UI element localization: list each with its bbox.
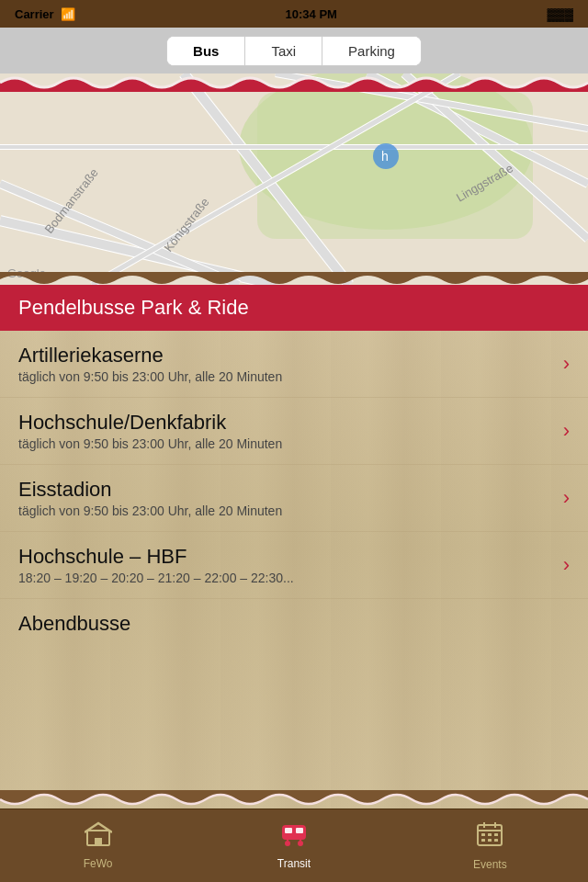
list-item[interactable]: Eisstadion täglich von 9:50 bis 23:00 Uh… xyxy=(0,465,588,532)
tab-parking[interactable]: Parking xyxy=(322,37,421,65)
list-item-title: Hochschule – HBF xyxy=(18,545,554,569)
list-item-content: Hochschule – HBF 18:20 – 19:20 – 20:20 –… xyxy=(18,545,554,585)
tab-bar: FeWo Transit xyxy=(0,808,588,882)
partial-item-title: Abendbusse xyxy=(18,612,570,636)
tab-fewo[interactable]: FeWo xyxy=(52,821,144,870)
segmented-bar: Bus Taxi Parking xyxy=(0,28,588,74)
svg-rect-26 xyxy=(95,838,102,845)
carrier-label: Carrier 📶 xyxy=(15,7,75,21)
time-label: 10:34 PM xyxy=(286,7,337,21)
svg-rect-40 xyxy=(494,833,498,836)
list-item-title: Artilleriekaserne xyxy=(18,344,554,368)
tab-transit[interactable]: Transit xyxy=(248,821,340,870)
tab-taxi[interactable]: Taxi xyxy=(245,37,322,65)
list-item-subtitle: täglich von 9:50 bis 23:00 Uhr, alle 20 … xyxy=(18,503,554,518)
segmented-control: Bus Taxi Parking xyxy=(166,36,422,66)
fewo-label: FeWo xyxy=(84,857,113,870)
svg-rect-28 xyxy=(285,828,292,833)
list-item-subtitle: täglich von 9:50 bis 23:00 Uhr, alle 20 … xyxy=(18,369,554,384)
events-label: Events xyxy=(473,858,507,871)
list-item-content: Eisstadion täglich von 9:50 bis 23:00 Uh… xyxy=(18,478,554,518)
list-item-subtitle: täglich von 9:50 bis 23:00 Uhr, alle 20 … xyxy=(18,436,554,451)
map-area: Bodmanstraße Königstraße Linggstraße Goo… xyxy=(0,74,588,285)
content-area: Pendelbusse Park & Ride Artilleriekasern… xyxy=(0,285,588,808)
wavy-divider-map-bottom xyxy=(0,272,588,292)
svg-rect-38 xyxy=(481,833,485,836)
partial-list-item[interactable]: Abendbusse xyxy=(0,599,588,643)
list-item[interactable]: Hochschule – HBF 18:20 – 19:20 – 20:20 –… xyxy=(0,532,588,599)
transit-label: Transit xyxy=(277,857,311,870)
chevron-right-icon: › xyxy=(563,553,570,577)
svg-rect-29 xyxy=(296,828,303,833)
list-item-title: Hochschule/Denkfabrik xyxy=(18,411,554,435)
svg-rect-42 xyxy=(488,839,492,842)
list-item-subtitle: 18:20 – 19:20 – 20:20 – 21:20 – 22:00 – … xyxy=(18,571,554,585)
svg-point-30 xyxy=(285,841,290,846)
chevron-right-icon: › xyxy=(563,419,570,443)
svg-rect-41 xyxy=(481,839,485,842)
transit-icon xyxy=(278,821,310,854)
svg-text:h: h xyxy=(381,149,389,164)
wavy-divider-top xyxy=(0,74,588,92)
tab-events[interactable]: Events xyxy=(444,820,536,871)
chevron-right-icon: › xyxy=(563,352,570,376)
list-item-content: Artilleriekaserne täglich von 9:50 bis 2… xyxy=(18,344,554,384)
tab-bus[interactable]: Bus xyxy=(167,37,245,65)
svg-point-31 xyxy=(298,841,303,846)
list-item[interactable]: Hochschule/Denkfabrik täglich von 9:50 b… xyxy=(0,398,588,465)
chevron-right-icon: › xyxy=(563,486,570,510)
list-item[interactable]: Artilleriekaserne täglich von 9:50 bis 2… xyxy=(0,331,588,398)
wavy-divider-bottom xyxy=(0,790,588,808)
svg-rect-43 xyxy=(494,839,498,842)
svg-rect-39 xyxy=(488,833,492,836)
events-icon xyxy=(476,820,503,854)
battery-label: ▓▓▓ xyxy=(548,7,573,21)
list-items: Artilleriekaserne täglich von 9:50 bis 2… xyxy=(0,331,588,643)
list-item-title: Eisstadion xyxy=(18,478,554,502)
section-title: Pendelbusse Park & Ride xyxy=(18,296,249,319)
map-svg: Bodmanstraße Königstraße Linggstraße Goo… xyxy=(0,74,588,285)
fewo-icon xyxy=(85,821,112,854)
list-item-content: Hochschule/Denkfabrik täglich von 9:50 b… xyxy=(18,411,554,451)
status-bar: Carrier 📶 10:34 PM ▓▓▓ xyxy=(0,0,588,28)
